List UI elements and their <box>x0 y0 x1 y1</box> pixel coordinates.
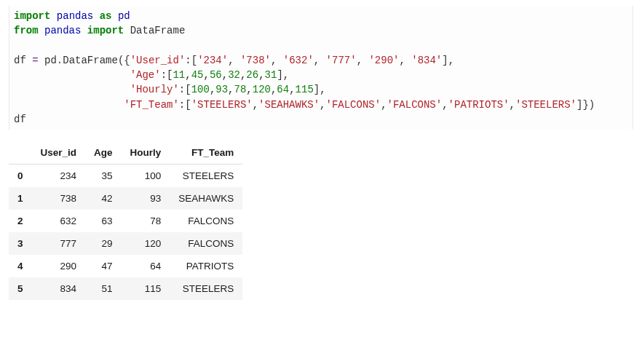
cell-hourly: 64 <box>122 255 170 277</box>
col-header-hourly: Hourly <box>122 141 170 165</box>
table-row: 3 777 29 120 FALCONS <box>9 232 242 255</box>
team: 'STEELERS' <box>191 99 253 111</box>
kw-import: import <box>14 10 50 22</box>
cell-hourly: 115 <box>122 277 170 300</box>
num: 115 <box>296 84 314 95</box>
table-row: 4 290 47 64 PATRIOTS <box>9 255 242 277</box>
cell-hourly: 100 <box>122 165 170 188</box>
uid: '777' <box>326 55 357 66</box>
kw-import: import <box>87 25 124 36</box>
team: 'FALCONS' <box>326 99 381 111</box>
index-header <box>9 141 32 165</box>
row-index: 1 <box>9 187 32 210</box>
alias-pd: pd <box>118 10 130 22</box>
cell-ft-team: FALCONS <box>170 232 242 255</box>
comma: , <box>442 99 448 111</box>
num: 93 <box>215 84 228 95</box>
team: 'STEELERS' <box>515 99 576 111</box>
key-team: 'FT_Team' <box>124 99 179 111</box>
comma: , <box>185 69 191 81</box>
name-dataframe: DataFrame <box>130 25 186 36</box>
cell-age: 47 <box>85 255 122 277</box>
cell-hourly: 120 <box>122 232 170 255</box>
cell-age: 35 <box>85 165 122 188</box>
cell-user-id: 738 <box>32 187 86 210</box>
table-row: 1 738 42 93 SEAHAWKS <box>9 187 242 210</box>
uid: '738' <box>240 55 271 66</box>
uid: '834' <box>411 55 442 66</box>
cell-user-id: 234 <box>32 165 86 188</box>
cell-user-id: 290 <box>32 255 86 277</box>
cell-user-id: 834 <box>32 277 86 300</box>
row-index: 0 <box>9 165 32 188</box>
cell-age: 51 <box>85 277 122 300</box>
colon: : <box>161 69 167 81</box>
comma: , <box>253 99 258 111</box>
var-df: df <box>14 55 26 66</box>
call-dataframe: DataFrame <box>63 55 118 66</box>
comma: , <box>399 55 405 66</box>
brace-close: } <box>582 99 588 111</box>
cell-ft-team: STEELERS <box>170 165 242 188</box>
num: 64 <box>277 84 289 95</box>
comma: , <box>320 84 325 95</box>
cell-ft-team: STEELERS <box>170 277 242 300</box>
team: 'SEAHAWKS' <box>258 99 320 111</box>
uid: '290' <box>368 55 399 66</box>
dataframe-output-table: User_id Age Hourly FT_Team 0 234 35 100 … <box>9 141 242 300</box>
colon: : <box>179 84 185 95</box>
row-index: 5 <box>9 277 32 300</box>
cell-ft-team: SEAHAWKS <box>170 187 242 210</box>
mod-pandas: pandas <box>57 10 93 22</box>
key-age: 'Age' <box>130 69 161 81</box>
col-header-ft-team: FT_Team <box>170 141 242 165</box>
comma: , <box>228 55 234 66</box>
num: 26 <box>246 69 258 81</box>
bracket-close: ] <box>314 84 320 95</box>
bracket-open: [ <box>185 99 191 111</box>
num: 31 <box>265 69 277 81</box>
col-header-age: Age <box>85 141 122 165</box>
comma: , <box>510 99 515 111</box>
colon: : <box>185 55 191 66</box>
num: 45 <box>191 69 204 81</box>
comma: , <box>314 55 320 66</box>
expr-df: df <box>14 114 26 125</box>
bracket-close: ] <box>277 69 282 81</box>
kw-from: from <box>14 25 39 36</box>
team: 'FALCONS' <box>387 99 443 111</box>
row-index: 2 <box>9 210 32 232</box>
code-input-cell[interactable]: import pandas as pd from pandas import D… <box>9 6 633 130</box>
row-index: 3 <box>9 232 32 255</box>
key-hourly: 'Hourly' <box>130 84 179 95</box>
table-row: 5 834 51 115 STEELERS <box>9 277 242 300</box>
comma: , <box>246 84 252 95</box>
mod-pandas: pandas <box>44 25 81 36</box>
num: 11 <box>173 69 185 81</box>
bracket-open: [ <box>185 84 191 95</box>
num: 120 <box>253 84 271 95</box>
cell-ft-team: PATRIOTS <box>170 255 242 277</box>
table-row: 2 632 63 78 FALCONS <box>9 210 242 232</box>
uid: '234' <box>197 55 228 66</box>
comma: , <box>381 99 387 111</box>
comma: , <box>289 84 295 95</box>
num: 56 <box>210 69 222 81</box>
op-dot: . <box>57 55 63 66</box>
num: 32 <box>228 69 240 81</box>
pd-ref: pd <box>44 55 57 66</box>
bracket-open: [ <box>191 55 197 66</box>
cell-age: 29 <box>85 232 122 255</box>
key-user-id: 'User_id' <box>130 55 186 66</box>
cell-user-id: 632 <box>32 210 86 232</box>
table-header-row: User_id Age Hourly FT_Team <box>9 141 242 165</box>
table-row: 0 234 35 100 STEELERS <box>9 165 242 188</box>
brace-open: { <box>124 55 130 66</box>
num: 78 <box>234 84 247 95</box>
num: 100 <box>191 84 210 95</box>
comma: , <box>271 55 277 66</box>
team: 'PATRIOTS' <box>448 99 510 111</box>
cell-hourly: 93 <box>122 187 170 210</box>
colon: : <box>179 99 185 111</box>
comma: , <box>320 99 325 111</box>
